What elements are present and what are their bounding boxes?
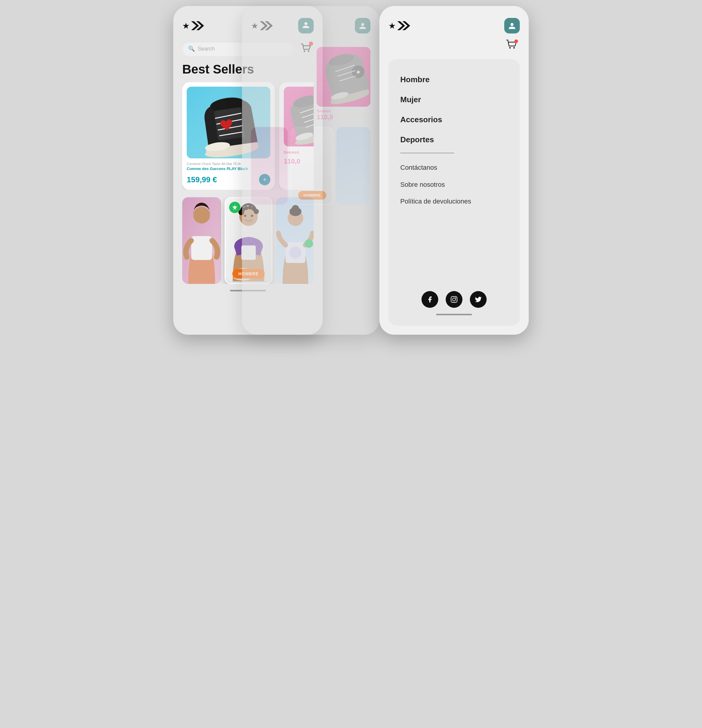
menu-logo: ★ — [388, 20, 414, 32]
social-row — [400, 279, 508, 308]
twitter-icon — [475, 296, 482, 303]
logo-star-icon: ★ — [182, 21, 190, 31]
search-icon: 🔍 — [188, 45, 195, 52]
background-screen: ★ — [242, 6, 379, 335]
svg-point-67 — [453, 298, 456, 301]
menu-item-hombre[interactable]: Hombre — [400, 69, 508, 90]
svg-marker-41 — [232, 205, 238, 210]
facebook-icon — [426, 296, 434, 303]
menu-item-contactanos[interactable]: Contáctanos — [400, 159, 508, 176]
menu-item-deportes[interactable]: Deportes — [400, 130, 508, 150]
svg-rect-66 — [451, 296, 457, 302]
menu-logo-star: ★ — [388, 21, 396, 31]
product-price: 159,99 € — [187, 175, 217, 184]
menu-item-politica[interactable]: Política de devoluciones — [400, 193, 508, 210]
svg-point-64 — [509, 47, 511, 49]
svg-point-65 — [513, 47, 515, 49]
category-card-woman[interactable] — [182, 197, 221, 284]
menu-area: ★ — [326, 6, 529, 335]
menu-item-sobre-nosotros[interactable]: Sobre nosotros — [400, 176, 508, 194]
svg-point-27 — [193, 207, 210, 224]
menu-panel: ★ — [379, 6, 529, 335]
twitter-button[interactable] — [470, 291, 487, 308]
svg-rect-28 — [191, 236, 212, 260]
instagram-button[interactable] — [446, 291, 463, 308]
search-placeholder: Search — [198, 46, 215, 52]
menu-item-accesorios[interactable]: Accesorios — [400, 110, 508, 130]
category-woman-bg — [182, 197, 221, 284]
menu-header: ★ — [388, 18, 520, 33]
menu-item-mujer[interactable]: Mujer — [400, 90, 508, 110]
category-woman-image — [182, 197, 221, 284]
menu-logo-chevron — [396, 20, 414, 32]
category-badge — [229, 202, 241, 213]
facebook-button[interactable] — [421, 291, 438, 308]
app-logo: ★ — [182, 20, 208, 32]
menu-drawer: Hombre Mujer Accesorios Deportes Contáct… — [388, 59, 520, 326]
menu-cart-badge — [515, 39, 518, 43]
logo-chevron-icon — [190, 20, 208, 32]
menu-profile-button[interactable] — [504, 18, 520, 33]
svg-point-63 — [510, 23, 513, 26]
menu-home-indicator — [436, 314, 472, 315]
menu-drawer-panel: ★ — [379, 6, 529, 335]
menu-cart-area[interactable] — [506, 39, 517, 50]
svg-marker-61 — [397, 21, 405, 30]
menu-divider — [400, 153, 454, 153]
svg-point-68 — [455, 298, 456, 298]
instagram-icon — [450, 296, 458, 303]
svg-marker-0 — [191, 21, 199, 30]
menu-profile-icon — [508, 22, 516, 30]
